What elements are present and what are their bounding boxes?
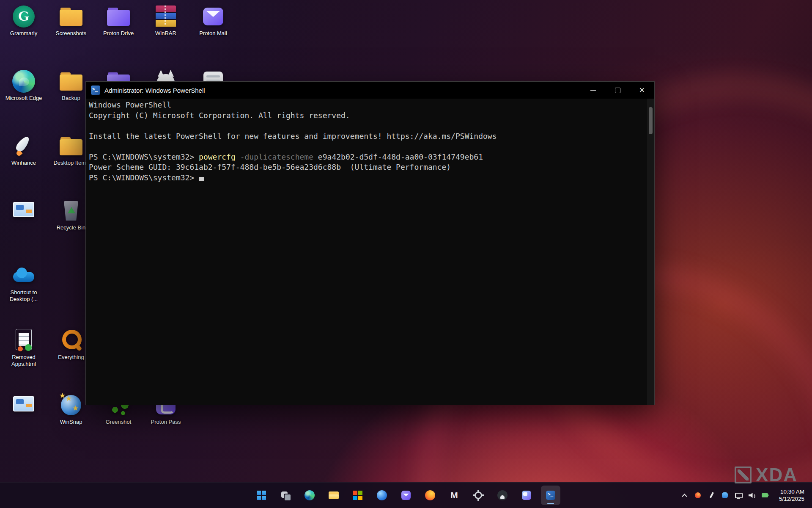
close-icon: × bbox=[639, 86, 645, 95]
desktop-icon-system-tool-1[interactable] bbox=[3, 199, 44, 224]
tray-app-blue[interactable] bbox=[719, 488, 731, 503]
icon-label: WinRAR bbox=[155, 30, 176, 37]
desktop-icon-proton-mail[interactable]: Proton Mail bbox=[193, 4, 233, 37]
tray-volume[interactable] bbox=[746, 488, 758, 503]
icon-label: Backup bbox=[62, 95, 80, 102]
winrar-icon bbox=[154, 4, 178, 29]
icon-label: Greenshot bbox=[106, 419, 132, 425]
scrollbar-thumb[interactable] bbox=[649, 107, 653, 134]
taskbar-firefox[interactable] bbox=[420, 486, 440, 505]
monitor-icon bbox=[11, 393, 36, 417]
monitor-icon bbox=[11, 199, 36, 223]
console-line: Power Scheme GUID: 39c61ab2-f57f-488d-be… bbox=[89, 162, 644, 173]
battery-icon bbox=[761, 491, 770, 500]
taskbar-edge[interactable] bbox=[300, 486, 319, 505]
taskbar-clock[interactable]: 10:30 AM 5/12/2025 bbox=[776, 486, 809, 504]
console-line: Copyright (C) Microsoft Corporation. All… bbox=[89, 110, 644, 121]
github-icon bbox=[497, 490, 508, 501]
desktop-icon-removed-apps[interactable]: Removed Apps.html bbox=[3, 328, 44, 367]
html-doc-icon bbox=[11, 328, 36, 353]
minimize-button[interactable] bbox=[581, 82, 605, 99]
icon-label: Screenshots bbox=[56, 30, 86, 37]
taskbar-mail[interactable] bbox=[444, 486, 464, 505]
edge-icon bbox=[11, 69, 36, 94]
icon-label: WinSnap bbox=[60, 419, 82, 425]
taskbar-app-icons bbox=[252, 486, 560, 505]
taskbar-file-explorer[interactable] bbox=[324, 486, 343, 505]
proton-mail-icon bbox=[201, 4, 225, 29]
rocket-icon bbox=[11, 134, 36, 158]
app-red-icon bbox=[694, 491, 702, 500]
folder-icon bbox=[59, 134, 83, 158]
icon-label: Winhance bbox=[11, 160, 36, 166]
proton-mail-icon bbox=[401, 490, 411, 501]
icon-label: Proton Mail bbox=[199, 30, 227, 37]
firefox-icon bbox=[425, 490, 436, 501]
taskbar-blue-circle-app[interactable] bbox=[372, 486, 392, 505]
clock-time: 10:30 AM bbox=[779, 488, 804, 495]
scrollbar[interactable] bbox=[647, 99, 654, 405]
icon-label: Recycle Bin bbox=[57, 224, 86, 231]
desktop-icon-system-tool-2[interactable] bbox=[3, 393, 44, 419]
volume-icon bbox=[748, 491, 756, 500]
desktop-icon-shortcut-desktop[interactable]: Shortcut to Desktop (... bbox=[3, 263, 44, 303]
tray-battery[interactable] bbox=[760, 488, 771, 503]
proton-drive-icon bbox=[521, 490, 532, 501]
clock-date: 5/12/2025 bbox=[779, 495, 804, 502]
console-line bbox=[89, 121, 644, 131]
desktop-icon-winrar[interactable]: WinRAR bbox=[145, 4, 186, 37]
edge-icon bbox=[304, 490, 315, 501]
xda-logo-icon bbox=[735, 467, 752, 483]
pen-icon bbox=[707, 491, 716, 500]
close-button[interactable]: × bbox=[630, 82, 654, 99]
taskbar-powershell[interactable] bbox=[541, 486, 560, 505]
hidden-icons-icon bbox=[680, 491, 689, 500]
desktop-icon-winhance[interactable]: Winhance bbox=[3, 134, 44, 166]
blue-circle-app-icon bbox=[376, 490, 387, 501]
winsnap-icon bbox=[59, 393, 83, 417]
maximize-icon bbox=[615, 88, 620, 93]
minimize-icon bbox=[590, 90, 596, 91]
taskbar-github[interactable] bbox=[493, 486, 512, 505]
maximize-button[interactable] bbox=[605, 82, 630, 99]
settings-icon bbox=[473, 490, 484, 501]
taskbar-start[interactable] bbox=[252, 486, 271, 505]
file-explorer-icon bbox=[328, 490, 339, 501]
tray-app-red[interactable] bbox=[692, 488, 704, 503]
search-orange-icon bbox=[59, 328, 83, 353]
tray-hidden-icons[interactable] bbox=[678, 488, 690, 503]
desktop-icon-microsoft-edge[interactable]: Microsoft Edge bbox=[3, 69, 44, 102]
desktop-icon-proton-drive[interactable]: Proton Drive bbox=[98, 4, 139, 37]
folder-purple-icon bbox=[106, 4, 131, 29]
console-output: Windows PowerShellCopyright (C) Microsof… bbox=[86, 99, 654, 183]
window-controls: × bbox=[581, 82, 654, 99]
xda-watermark: XDA bbox=[735, 464, 798, 486]
console-line bbox=[89, 141, 644, 152]
taskbar-microsoft-store[interactable] bbox=[348, 486, 368, 505]
icon-label: Desktop Items bbox=[53, 160, 88, 166]
powershell-titlebar[interactable]: Administrator: Windows PowerShell × bbox=[86, 82, 654, 99]
desktop-icon-screenshots[interactable]: Screenshots bbox=[51, 4, 91, 37]
taskbar-settings[interactable] bbox=[469, 486, 488, 505]
folder-icon bbox=[59, 69, 83, 94]
icon-label: Everything bbox=[58, 354, 84, 361]
app-blue-icon bbox=[721, 491, 729, 500]
tray-pen[interactable] bbox=[705, 488, 717, 503]
display-icon bbox=[734, 491, 743, 500]
taskbar-proton-drive[interactable] bbox=[517, 486, 536, 505]
desktop-icon-grammarly[interactable]: Grammarly bbox=[3, 4, 44, 37]
console-cursor bbox=[199, 177, 204, 181]
console[interactable]: Windows PowerShellCopyright (C) Microsof… bbox=[86, 99, 654, 405]
taskbar-proton-mail[interactable] bbox=[396, 486, 416, 505]
taskbar-task-view[interactable] bbox=[276, 486, 295, 505]
microsoft-store-icon bbox=[352, 490, 363, 501]
tray-display[interactable] bbox=[732, 488, 744, 503]
icon-label: Proton Pass bbox=[151, 419, 181, 425]
console-line: Windows PowerShell bbox=[89, 100, 644, 110]
icon-label: Removed Apps.html bbox=[4, 354, 44, 367]
desktop-screen: GrammarlyScreenshotsProton DriveWinRARPr… bbox=[0, 0, 812, 508]
console-line: PS C:\WINDOWS\system32> bbox=[89, 173, 644, 183]
icon-label: Microsoft Edge bbox=[5, 95, 42, 102]
mail-icon bbox=[449, 490, 460, 501]
onedrive-icon bbox=[11, 263, 36, 288]
